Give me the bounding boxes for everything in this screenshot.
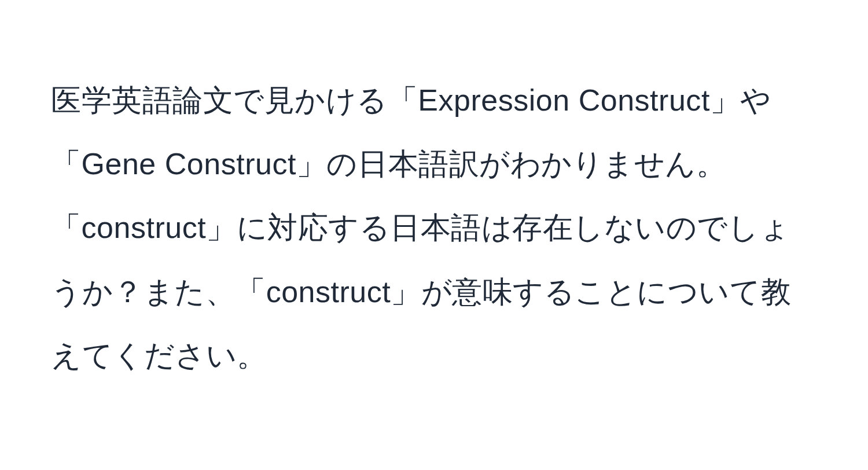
question-paragraph: 医学英語論文で見かける「Expression Construct」や「Gene … [51,68,817,387]
document-container: 医学英語論文で見かける「Expression Construct」や「Gene … [0,0,868,470]
